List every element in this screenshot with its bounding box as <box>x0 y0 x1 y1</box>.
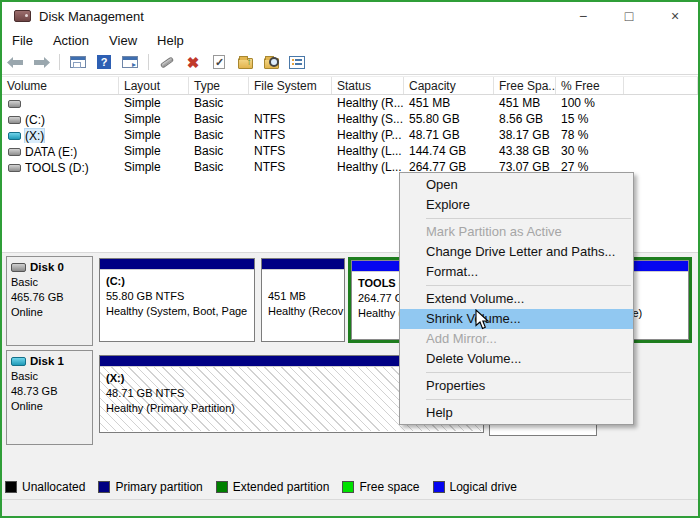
legend-label: Extended partition <box>233 480 330 494</box>
wand-icon[interactable] <box>155 52 179 72</box>
volume-row[interactable]: SimpleBasicHealthy (R...451 MB451 MB100 … <box>2 95 698 111</box>
window-controls: − □ × <box>560 2 698 30</box>
menu-bar: File Action View Help <box>2 30 698 50</box>
legend-label: Unallocated <box>22 480 85 494</box>
column-header[interactable]: Layout <box>119 77 189 94</box>
legend-item: Logical drive <box>433 480 517 494</box>
forward-icon[interactable] <box>29 52 53 72</box>
volume-cell-capacity: 55.80 GB <box>404 111 494 127</box>
legend-label: Free space <box>359 480 419 494</box>
volume-cell-status: Healthy (R... <box>332 95 404 111</box>
context-menu-item-format[interactable]: Format... <box>400 262 633 282</box>
disk0-info-panel[interactable]: Disk 0 Basic 465.76 GB Online <box>6 256 93 346</box>
set-partition-check-icon[interactable] <box>207 52 231 72</box>
volume-cell-fs: NTFS <box>249 159 332 175</box>
action-pane-icon[interactable] <box>118 52 142 72</box>
context-menu-item-delete-volume[interactable]: Delete Volume... <box>400 349 633 369</box>
volume-cell-capacity: 48.71 GB <box>404 127 494 143</box>
volume-cell-status: Healthy (S... <box>332 111 404 127</box>
menu-separator <box>426 285 631 286</box>
volume-cell-type: Basic <box>189 143 249 159</box>
context-menu-item-shrink-volume[interactable]: Shrink Volume... <box>400 309 633 329</box>
column-header[interactable]: Volume <box>2 77 119 94</box>
explore-folder-icon[interactable] <box>259 52 283 72</box>
close-button[interactable]: × <box>652 2 698 30</box>
column-header[interactable]: Capacity <box>404 77 494 94</box>
column-header[interactable]: File System <box>249 77 332 94</box>
delete-volume-icon[interactable]: ✖ <box>181 52 205 72</box>
volume-cell-fs: NTFS <box>249 111 332 127</box>
context-menu-item-change-drive-letter-and-paths[interactable]: Change Drive Letter and Paths... <box>400 242 633 262</box>
volume-cell-layout: Simple <box>119 143 189 159</box>
context-menu-item-help[interactable]: Help <box>400 403 633 423</box>
volume-list-rows: SimpleBasicHealthy (R...451 MB451 MB100 … <box>2 95 698 175</box>
volume-cell-fs: NTFS <box>249 127 332 143</box>
context-menu-item-explore[interactable]: Explore <box>400 195 633 215</box>
open-folder-icon[interactable] <box>233 52 257 72</box>
volume-cell-pct: 100 % <box>556 95 624 111</box>
volume-cell-layout: Simple <box>119 159 189 175</box>
column-header[interactable]: Status <box>332 77 404 94</box>
disk0-status: Online <box>11 305 88 320</box>
volume-drive-icon <box>8 148 21 156</box>
disk1-info-panel[interactable]: Disk 1 Basic 48.73 GB Online <box>6 350 93 445</box>
legend-label: Primary partition <box>115 480 202 494</box>
volume-drive-icon <box>8 164 21 172</box>
toolbar-separator <box>59 54 60 70</box>
partition-recovery[interactable]: 451 MB Healthy (Recov <box>261 258 345 342</box>
volume-cell-pct: 78 % <box>556 127 624 143</box>
volume-cell-pct: 30 % <box>556 143 624 159</box>
disk1-type: Basic <box>11 369 88 384</box>
volume-cell-layout: Simple <box>119 95 189 111</box>
column-header[interactable]: % Free <box>556 77 624 94</box>
volume-cell-layout: Simple <box>119 111 189 127</box>
volume-row[interactable]: DATA (E:)SimpleBasicNTFSHealthy (L...144… <box>2 143 698 159</box>
window-title: Disk Management <box>39 9 144 24</box>
volume-cell-type: Basic <box>189 111 249 127</box>
context-menu-item-open[interactable]: Open <box>400 175 633 195</box>
menu-separator <box>426 372 631 373</box>
volume-row[interactable]: (X:)SimpleBasicNTFSHealthy (P...48.71 GB… <box>2 127 698 143</box>
volume-cell-free: 43.38 GB <box>494 143 556 159</box>
volume-cell-status: Healthy (P... <box>332 127 404 143</box>
menu-separator <box>426 399 631 400</box>
column-header[interactable]: Type <box>189 77 249 94</box>
legend-color-swatch <box>342 481 354 493</box>
back-icon[interactable] <box>3 52 27 72</box>
legend-item: Extended partition <box>216 480 330 494</box>
menu-file[interactable]: File <box>2 31 43 50</box>
console-tree-icon[interactable] <box>66 52 90 72</box>
volume-name: DATA (E:) <box>25 145 77 159</box>
maximize-button[interactable]: □ <box>606 2 652 30</box>
disk-management-window: Disk Management − □ × File Action View H… <box>0 0 700 518</box>
disk0-size: 465.76 GB <box>11 290 88 305</box>
context-menu-item-properties[interactable]: Properties <box>400 376 633 396</box>
menu-help[interactable]: Help <box>147 31 194 50</box>
mouse-cursor <box>475 309 490 330</box>
disk0-type: Basic <box>11 275 88 290</box>
toolbar: ? ✖ <box>2 50 698 75</box>
column-header[interactable]: Free Spa... <box>494 77 556 94</box>
menu-separator <box>426 218 631 219</box>
volume-cell-type: Basic <box>189 127 249 143</box>
legend-item: Primary partition <box>98 480 202 494</box>
volume-cell-fs: NTFS <box>249 143 332 159</box>
partition-c[interactable]: (C:) 55.80 GB NTFS Healthy (System, Boot… <box>99 258 255 342</box>
volume-cell-type: Basic <box>189 159 249 175</box>
help-icon[interactable]: ? <box>92 52 116 72</box>
menu-view[interactable]: View <box>99 31 147 50</box>
volume-list-header: VolumeLayoutTypeFile SystemStatusCapacit… <box>2 76 698 95</box>
disk0-icon <box>11 263 26 272</box>
disk1-name: Disk 1 <box>30 355 64 367</box>
volume-cell-free: 451 MB <box>494 95 556 111</box>
details-list-icon[interactable] <box>285 52 309 72</box>
minimize-button[interactable]: − <box>560 2 606 30</box>
disk0-name: Disk 0 <box>30 261 64 273</box>
volume-row[interactable]: (C:)SimpleBasicNTFSHealthy (S...55.80 GB… <box>2 111 698 127</box>
volume-drive-icon <box>8 100 21 108</box>
primary-partition-bar <box>100 259 254 270</box>
context-menu-item-extend-volume[interactable]: Extend Volume... <box>400 289 633 309</box>
volume-cell-type: Basic <box>189 95 249 111</box>
volume-cell-status: Healthy (L... <box>332 143 404 159</box>
menu-action[interactable]: Action <box>43 31 99 50</box>
